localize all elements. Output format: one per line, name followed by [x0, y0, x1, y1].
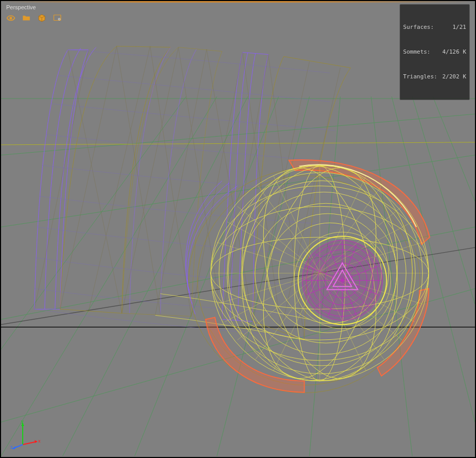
stat-triangles-value: 2/202 K [439, 73, 466, 81]
axis-z-label: z [10, 445, 13, 450]
eye-icon[interactable] [5, 12, 17, 24]
view-label: Perspective [6, 4, 36, 10]
box-icon[interactable] [36, 12, 47, 24]
stat-triangles-label: Triangles: [403, 73, 437, 81]
stat-surfaces-label: Surfaces: [403, 23, 434, 31]
stats-panel: Surfaces: 1/21 Sommets: 4/126 K Triangle… [400, 4, 470, 100]
folder-icon[interactable] [21, 12, 32, 24]
axis-y-label: y [21, 419, 24, 424]
viewport-toolbar [5, 12, 63, 24]
stat-sommets-value: 4/126 K [439, 48, 466, 56]
svg-line-1 [1, 96, 217, 456]
svg-line-13 [1, 155, 475, 227]
axis-x-label: x [38, 438, 41, 444]
navigation-gizmo[interactable]: x y z [10, 419, 41, 450]
viewport[interactable]: Perspective [0, 0, 476, 458]
svg-point-54 [58, 19, 60, 20]
stat-sommets-label: Sommets: [403, 48, 431, 56]
stat-surfaces-value: 1/21 [439, 23, 466, 31]
svg-line-2 [62, 96, 247, 456]
gear-frame-icon[interactable] [52, 12, 63, 24]
svg-line-8 [412, 96, 475, 304]
svg-marker-60 [12, 446, 15, 449]
svg-marker-58 [35, 440, 37, 443]
svg-point-52 [10, 17, 12, 19]
